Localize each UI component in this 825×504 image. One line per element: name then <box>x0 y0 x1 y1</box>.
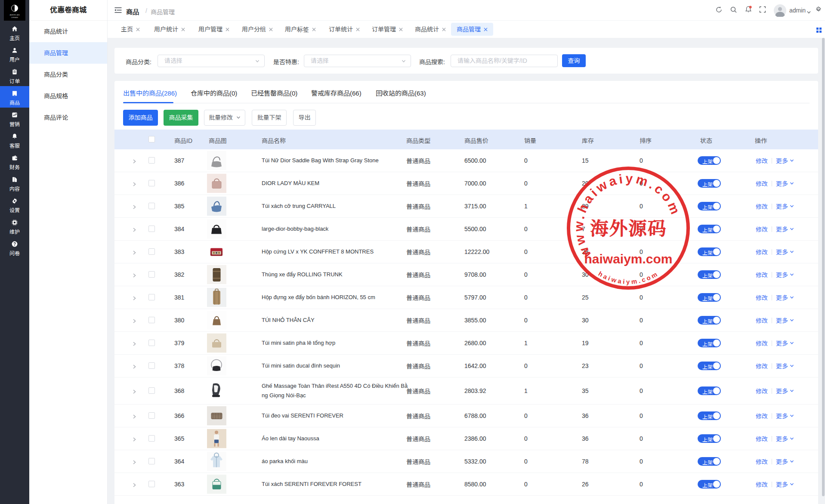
svg-text:海外源码: 海外源码 <box>590 214 667 240</box>
svg-text:AMERICAN: AMERICAN <box>9 14 19 16</box>
svg-text:haiwaiym.com: haiwaiym.com <box>584 252 672 266</box>
svg-text:DREAM: DREAM <box>11 16 18 19</box>
